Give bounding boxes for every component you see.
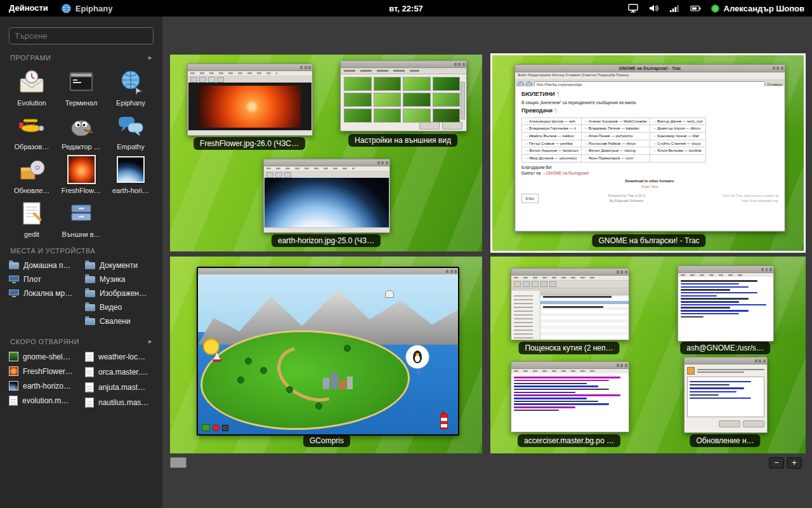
place-downloads[interactable]: Свалени xyxy=(84,314,155,328)
recent-gnome-shell[interactable]: gnome-shel… xyxy=(8,349,79,364)
text-file-icon xyxy=(85,367,94,377)
window-titlebar xyxy=(678,266,773,273)
focused-app-menu[interactable]: Epiphany xyxy=(61,3,113,14)
user-name: Александър Шопов xyxy=(724,4,804,13)
battery-icon[interactable] xyxy=(690,3,702,14)
translator-cell: Красимир Чонов — bfaf xyxy=(650,132,706,140)
app-freshflower-image[interactable]: FreshFlow… xyxy=(57,154,105,194)
app-gimp[interactable]: Редактор … xyxy=(57,110,105,150)
pilcrow-icon: ¶ xyxy=(554,107,558,114)
app-earth-horizon-image[interactable]: earth-hori… xyxy=(107,154,155,194)
dialog-button[interactable] xyxy=(743,420,764,427)
recent-freshflower[interactable]: FreshFlower… xyxy=(8,364,79,378)
workspace-3[interactable]: GCompris xyxy=(170,257,482,453)
recent-earth-horizon[interactable]: earth-horizo… xyxy=(8,378,79,393)
place-desktop[interactable]: Плот xyxy=(8,272,79,286)
window-appearance-settings[interactable] xyxy=(340,60,467,131)
add-workspace-button[interactable]: + xyxy=(787,457,802,469)
workspace-switcher-thumb[interactable] xyxy=(170,457,187,468)
window-earth-horizon[interactable] xyxy=(263,159,390,233)
scrollbar[interactable] xyxy=(461,82,465,119)
trac-logo: trac xyxy=(521,194,539,204)
epiphany-icon xyxy=(115,67,147,97)
folder-pane xyxy=(511,291,540,340)
workspace-2[interactable]: GNOME на български! - Trac Файл Редактир… xyxy=(490,53,806,253)
toolbar-button-icon xyxy=(540,281,547,287)
recent-anjuta-master[interactable]: anjuta.mast… xyxy=(84,380,155,395)
window-freshflower[interactable] xyxy=(187,64,313,136)
visit-link[interactable]: Visit the Trac open source project at ht… xyxy=(715,194,778,204)
updates-list[interactable] xyxy=(687,377,764,417)
place-videos[interactable]: Видео xyxy=(84,300,155,314)
app-gedit[interactable]: gedit xyxy=(8,198,56,238)
network-signal-icon[interactable] xyxy=(669,3,681,14)
remove-workspace-button[interactable]: − xyxy=(769,457,784,469)
top-bar: Дейности Epiphany вт, 22:57 Александ xyxy=(0,0,812,17)
recent-label: nautilus.mas… xyxy=(98,398,148,407)
pictures-folder-icon xyxy=(85,290,95,297)
place-label: Музика xyxy=(100,275,126,284)
app-external-volumes[interactable]: Външни в… xyxy=(57,198,105,238)
place-local-network[interactable]: Локална мр… xyxy=(8,286,79,300)
control-button-icon[interactable] xyxy=(202,424,210,431)
window-update-manager[interactable] xyxy=(684,357,768,433)
window-gcompris[interactable] xyxy=(197,267,459,436)
recent-weather-loc[interactable]: weather-loc… xyxy=(84,349,155,364)
window-terminal[interactable] xyxy=(678,265,774,342)
clock[interactable]: вт, 22:57 xyxy=(389,4,423,13)
dialog-button[interactable] xyxy=(442,122,462,130)
text-file-icon xyxy=(85,398,94,408)
translator-cell: Александър Шопов — ash xyxy=(522,117,582,125)
recent-label: earth-horizo… xyxy=(23,382,71,391)
gnome-shell-overview: Дейности Epiphany вт, 22:57 Александ xyxy=(0,0,812,508)
workspace-1[interactable]: FreshFlower.jpg-26.0 (ЧЗС… xyxy=(170,55,482,251)
app-label: FreshFlow… xyxy=(62,187,101,194)
window-label: ash@GNOME:/usr/s… xyxy=(680,342,770,354)
window-trac-browser[interactable]: GNOME на български! - Trac Файл Редактир… xyxy=(514,64,785,232)
recent-nautilus-master[interactable]: nautilus.mas… xyxy=(84,395,155,410)
place-label: Плот xyxy=(23,275,41,284)
app-evolution[interactable]: Evolution xyxy=(8,67,56,107)
user-menu[interactable]: Александър Шопов xyxy=(711,4,804,13)
presence-status-icon xyxy=(711,4,719,13)
recent-evolution[interactable]: evolution.m… xyxy=(8,393,79,408)
gnome-bg-link[interactable]: GNOME на български! xyxy=(542,171,589,175)
editor-text xyxy=(511,373,629,432)
app-empathy[interactable]: Empathy xyxy=(107,110,155,150)
place-documents[interactable]: Документи xyxy=(84,258,155,272)
window-evolution-mail[interactable] xyxy=(511,268,629,340)
recent-orca-master[interactable]: orca.master.… xyxy=(84,364,155,380)
programs-expander-icon[interactable]: ▸ xyxy=(148,53,152,62)
place-home[interactable]: Домашна п… xyxy=(8,258,79,272)
app-gcompris[interactable]: Образов… xyxy=(8,110,56,150)
window-buttons-icon xyxy=(446,270,457,273)
translator-cell: Юлия Велкова — konfeta xyxy=(650,147,706,155)
dialog-button[interactable] xyxy=(719,420,740,427)
go-button[interactable]: Отиване xyxy=(767,83,782,86)
recent-expander-icon[interactable]: ▸ xyxy=(148,337,152,345)
window-buttons-icon xyxy=(377,161,388,164)
search-input[interactable] xyxy=(9,27,154,44)
toolbar-button-icon xyxy=(266,172,273,178)
place-music[interactable]: Музика xyxy=(84,272,155,286)
plain-text-link[interactable]: Plain Text xyxy=(521,184,778,190)
display-icon[interactable] xyxy=(627,3,639,14)
control-button-icon[interactable] xyxy=(222,425,228,431)
app-label: Образов… xyxy=(15,143,49,150)
focused-app-name: Epiphany xyxy=(75,4,113,13)
app-software-update[interactable]: Обновле… xyxy=(8,154,56,194)
app-label: Evolution xyxy=(17,99,46,107)
app-terminal[interactable]: Терминал xyxy=(57,67,105,107)
tux-badge[interactable] xyxy=(405,345,429,369)
lighthouse-graphic xyxy=(440,414,448,429)
place-pictures[interactable]: Изображен… xyxy=(84,286,155,300)
activities-button[interactable]: Дейности xyxy=(0,0,57,17)
window-po-editor[interactable] xyxy=(511,361,629,432)
app-epiphany[interactable]: Epiphany xyxy=(107,67,155,107)
volume-icon[interactable] xyxy=(648,3,660,14)
terminal-output xyxy=(678,277,773,341)
dialog-button[interactable] xyxy=(419,122,440,130)
control-button-icon[interactable] xyxy=(213,424,219,431)
place-label: Документи xyxy=(100,261,138,270)
workspace-4[interactable]: Пощенска кутия (2 неп… ash@GNOME:/usr/s… xyxy=(490,257,806,453)
